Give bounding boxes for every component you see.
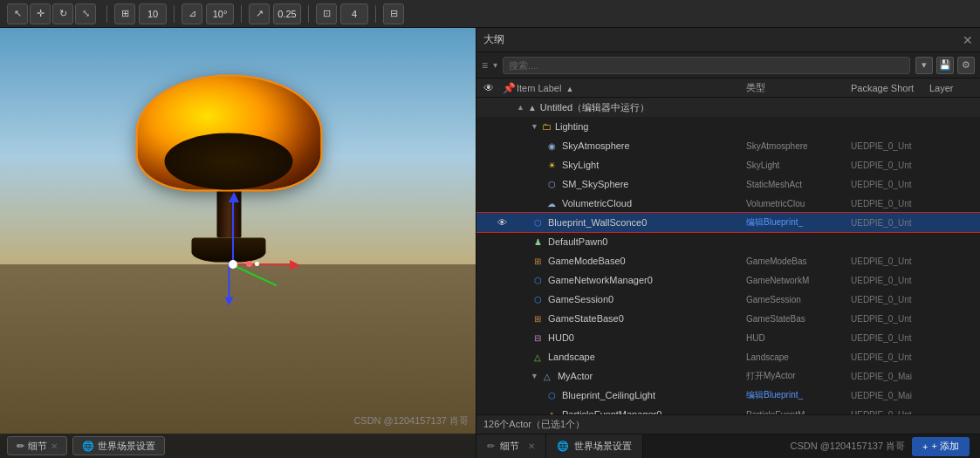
rotate-tool[interactable]: ↻: [52, 3, 73, 24]
skysphere-pkg: UEDPIE_0_Unt: [851, 180, 929, 189]
particleevent-row[interactable]: ✦ ParticleEventManager0 ParticleEventM U…: [476, 405, 980, 414]
defaultpawn-label: DefaultPawn0: [548, 236, 746, 247]
networkmanager-label: GameNetworkManager0: [548, 275, 746, 285]
myactor-pkg: UEDPIE_0_Mai: [851, 372, 929, 381]
gamesession-label: GameSession0: [548, 294, 746, 304]
panel-close-button[interactable]: ✕: [963, 33, 973, 47]
hud-pkg: UEDPIE_0_Unt: [851, 333, 929, 343]
detail-tab[interactable]: ✏ 细节 ✕: [7, 436, 67, 455]
skysphere-row[interactable]: ⬡ SM_SkySphere StaticMeshAct UEDPIE_0_Un…: [476, 174, 980, 194]
col-layer-header[interactable]: Layer: [929, 83, 973, 93]
snap-icon[interactable]: ↗: [249, 3, 270, 24]
root-label: Untitled（编辑器中运行）: [540, 101, 649, 114]
pawn-icon: ♟: [531, 235, 545, 249]
scale-tool[interactable]: ⤡: [75, 3, 96, 24]
cursor-tool[interactable]: ↖: [7, 3, 28, 24]
snap-value[interactable]: 0.25: [273, 3, 301, 24]
actor-count: 126个Actor（已选1个）: [483, 418, 585, 431]
angle-icon[interactable]: ⊿: [182, 3, 202, 24]
gamesession-type: GameSession: [746, 295, 851, 304]
gizmo-down-arrow: [224, 297, 233, 306]
skyatmosphere-label: SkyAtmosphere: [562, 140, 746, 151]
viewport[interactable]: ✏ 细节 ✕ 🌐 世界场景设置 CSDN @1204157137 肖哥: [0, 28, 476, 458]
skyatmosphere-pkg: UEDPIE_0_Unt: [851, 141, 929, 151]
lamp-base: [192, 238, 266, 263]
skyatmosphere-type: SkyAtmosphere: [746, 141, 851, 151]
mesh-icon: ⬡: [545, 177, 559, 191]
bpwallsconce-row[interactable]: 👁 ⬡ Blueprint_WallSconce0 编辑Blueprint_ U…: [476, 213, 980, 232]
detail-tab-close[interactable]: ✕: [51, 441, 58, 451]
globe-icon: 🌐: [557, 441, 569, 452]
save-filter-btn[interactable]: 💾: [936, 57, 954, 74]
camera-icon[interactable]: ⊡: [316, 3, 337, 24]
gamemodebase-pkg: UEDPIE_0_Unt: [851, 256, 929, 266]
lighting-collapse: ▼: [531, 122, 538, 131]
filter-bar: ≡ ▾ ▾ 💾 ⚙: [476, 52, 980, 79]
lighting-group-row[interactable]: ▼ 🗀 Lighting: [476, 117, 980, 136]
bottom-right-area: CSDN @1204157137 肖哥 + + 添加: [790, 437, 980, 456]
root-item[interactable]: ▲ ▲ Untitled（编辑器中运行）: [476, 98, 980, 117]
sep2: [174, 5, 175, 23]
defaultpawn-row[interactable]: ♟ DefaultPawn0: [476, 232, 980, 251]
volumetric-pkg: UEDPIE_0_Unt: [851, 199, 929, 208]
network-icon: ⬡: [531, 273, 545, 287]
particle-icon: ✦: [545, 407, 559, 414]
filter-dropdown[interactable]: ▾: [915, 57, 933, 74]
cloud-icon: ☁: [545, 196, 559, 210]
bpceilinglight-type: 编辑Blueprint_: [746, 389, 851, 401]
skylight-pkg: UEDPIE_0_Unt: [851, 161, 929, 170]
gamemodebase-row[interactable]: ⊞ GameModeBase0 GameModeBas UEDPIE_0_Unt: [476, 251, 980, 270]
landscape-row[interactable]: △ Landscape Landscape UEDPIE_0_Unt: [476, 347, 980, 366]
landscape-label: Landscape: [548, 352, 746, 362]
sep3: [241, 5, 242, 23]
pencil-icon: ✏: [487, 441, 495, 452]
bpwallsconce-eye[interactable]: 👁: [497, 217, 517, 228]
sep4: [308, 5, 309, 23]
col-type-header[interactable]: 类型: [746, 81, 851, 94]
tree-content[interactable]: ▲ ▲ Untitled（编辑器中运行） ▼ 🗀 Lighting ◉ SkyA…: [476, 98, 980, 414]
csdn-watermark: CSDN @1204157137 肖哥: [790, 440, 905, 453]
myactor-row[interactable]: ▼ △ MyActor 打开MyActor UEDPIE_0_Mai: [476, 366, 980, 386]
outline-panel: 大纲 ✕ ≡ ▾ ▾ 💾 ⚙ 👁 📌 Item Label ▲ 类型 Packa…: [476, 28, 980, 458]
networkmanager-type: GameNetworkM: [746, 276, 851, 285]
networkmanager-pkg: UEDPIE_0_Unt: [851, 276, 929, 285]
grid-value[interactable]: 10: [139, 3, 167, 24]
gamestatebase-row[interactable]: ⊞ GameStateBase0 GameStateBas UEDPIE_0_U…: [476, 309, 980, 328]
bpceilinglight-pkg: UEDPIE_0_Mai: [851, 391, 929, 400]
gamemodebase-label: GameModeBase0: [548, 256, 746, 266]
details-tab-close[interactable]: ✕: [528, 441, 535, 451]
add-button[interactable]: + + 添加: [912, 437, 970, 456]
myactor-label: MyActor: [558, 371, 746, 381]
skylight-row[interactable]: ☀ SkyLight SkyLight UEDPIE_0_Unt: [476, 155, 980, 174]
search-input[interactable]: [503, 57, 910, 74]
hud-row[interactable]: ⊟ HUD0 HUD UEDPIE_0_Unt: [476, 328, 980, 347]
col-pkg-header[interactable]: Package Short: [851, 83, 929, 93]
networkmanager-row[interactable]: ⬡ GameNetworkManager0 GameNetworkM UEDPI…: [476, 270, 980, 290]
layout-btn[interactable]: ⊟: [383, 3, 404, 24]
sphere-icon: ◉: [545, 139, 559, 153]
volumetric-row[interactable]: ☁ VolumetricCloud VolumetricClou UEDPIE_…: [476, 194, 980, 213]
skyatmosphere-row[interactable]: ◉ SkyAtmosphere SkyAtmosphere UEDPIE_0_U…: [476, 136, 980, 155]
col-label-header[interactable]: Item Label ▲: [517, 83, 746, 93]
world-tab-label: 世界场景设置: [574, 440, 632, 453]
gamesession-row[interactable]: ⬡ GameSession0 GameSession UEDPIE_0_Unt: [476, 290, 980, 309]
detail-tab-label: 细节: [28, 440, 47, 453]
camera-value[interactable]: 4: [340, 3, 368, 24]
bp-icon: ⬡: [531, 215, 545, 229]
light-icon: ☀: [545, 158, 559, 172]
world-tab[interactable]: 🌐 世界场景设置: [72, 436, 165, 455]
grid-toggle[interactable]: ⊞: [114, 3, 135, 24]
status-bar: 126个Actor（已选1个）: [476, 414, 980, 434]
details-tab[interactable]: ✏ 细节 ✕: [476, 434, 546, 459]
settings-btn[interactable]: ⚙: [957, 57, 975, 74]
bottom-tabs-area: ✏ 细节 ✕ 🌐 世界场景设置 CSDN @1204157137 肖哥 + + …: [476, 434, 980, 458]
watermark: CSDN @1204157137 肖哥: [353, 414, 469, 427]
gamesession-pkg: UEDPIE_0_Unt: [851, 295, 929, 304]
bpceilinglight-row[interactable]: ⬡ Blueprint_CeilingLight 编辑Blueprint_ UE…: [476, 386, 980, 405]
details-tab-label: 细节: [500, 440, 519, 453]
move-tool[interactable]: ✛: [30, 3, 51, 24]
angle-value[interactable]: 10°: [206, 3, 234, 24]
gamestatebase-label: GameStateBase0: [548, 313, 746, 324]
bpwallsconce-pkg: UEDPIE_0_Unt: [851, 218, 929, 228]
world-settings-tab[interactable]: 🌐 世界场景设置: [546, 434, 643, 459]
